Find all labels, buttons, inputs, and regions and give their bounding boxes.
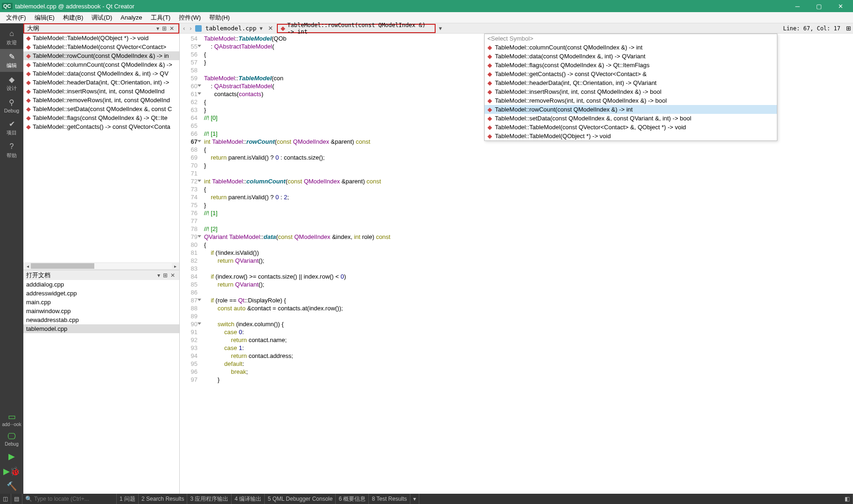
mode-item[interactable]: ◆设计	[0, 72, 23, 95]
outline-item[interactable]: ◆TableModel::TableModel(const QVector<Co…	[23, 42, 179, 51]
symbol-popup-item[interactable]: ◆TableModel::columnCount(const QModelInd…	[485, 43, 777, 52]
editor-split-icon[interactable]: ⊞	[846, 25, 851, 32]
mode-bottom-item[interactable]: 🔨	[0, 479, 23, 494]
code-line[interactable]: return contact.name;	[204, 336, 853, 344]
code-line[interactable]	[204, 217, 853, 225]
symbol-popup-item[interactable]: ◆TableModel::setData(const QModelIndex &…	[485, 114, 777, 123]
mode-bottom-item[interactable]: ▶🐞	[0, 464, 23, 479]
code-line[interactable]	[204, 169, 853, 177]
code-line[interactable]: if (!index.isValid())	[204, 249, 853, 257]
editor-close-icon[interactable]: ✕	[266, 25, 275, 32]
code-line[interactable]: break;	[204, 368, 853, 376]
code-line[interactable]: if (index.row() >= contacts.size() || in…	[204, 273, 853, 280]
editor-file-name[interactable]: tablemodel.cpp	[205, 25, 257, 32]
symbol-dropdown-icon[interactable]: ▾	[437, 25, 444, 32]
open-doc-item[interactable]: newaddresstab.cpp	[23, 315, 179, 324]
status-tab-more[interactable]: ▾	[410, 494, 419, 504]
minimize-button[interactable]: ─	[787, 0, 808, 12]
menu-item[interactable]: Analyze	[116, 12, 146, 23]
code-line[interactable]: //! [2]	[204, 225, 853, 233]
code-line[interactable]	[204, 312, 853, 320]
code-line[interactable]: }	[204, 201, 853, 209]
outline-item[interactable]: ◆TableModel::rowCount(const QModelIndex …	[23, 51, 179, 60]
locator-input[interactable]	[34, 496, 113, 502]
menu-item[interactable]: 文件(F)	[2, 12, 30, 23]
open-doc-item[interactable]: mainwindow.cpp	[23, 307, 179, 315]
open-doc-item[interactable]: adddialog.cpp	[23, 280, 179, 289]
menu-item[interactable]: 工具(T)	[147, 12, 175, 23]
code-line[interactable]: return contact.address;	[204, 352, 853, 360]
symbol-popup-item[interactable]: ◆TableModel::getContacts() -> const QVec…	[485, 70, 777, 78]
menu-item[interactable]: 编辑(E)	[30, 12, 59, 23]
symbol-popup-item[interactable]: ◆TableModel::removeRows(int, int, const …	[485, 96, 777, 105]
code-line[interactable]: {	[204, 241, 853, 249]
symbol-selector[interactable]: ◆ TableModel::rowCount(const QModelIndex…	[277, 24, 436, 33]
locator[interactable]: 🔍	[22, 494, 117, 504]
open-docs-split-icon[interactable]: ⊞	[162, 272, 169, 279]
outline-item[interactable]: ◆TableModel::setData(const QModelIndex &…	[23, 105, 179, 113]
status-tab[interactable]: 6 概要信息	[336, 494, 369, 504]
status-prog-icon[interactable]: ◧	[842, 494, 853, 504]
code-line[interactable]: switch (index.column()) {	[204, 320, 853, 328]
outline-item[interactable]: ◆TableModel::removeRows(int, int, const …	[23, 96, 179, 105]
close-button[interactable]: ✕	[830, 0, 851, 12]
status-tab[interactable]: 3 应用程序输出	[187, 494, 232, 504]
outline-item[interactable]: ◆TableModel::getContacts() -> const QVec…	[23, 122, 179, 131]
symbol-popup-item[interactable]: ◆TableModel::data(const QModelIndex &, i…	[485, 52, 777, 61]
menu-item[interactable]: 控件(W)	[175, 12, 205, 23]
code-line[interactable]: return QVariant();	[204, 280, 853, 288]
outline-hscroll[interactable]: ◂ ▸	[23, 262, 179, 270]
scroll-left-icon[interactable]: ◂	[24, 264, 31, 269]
mode-bottom-item[interactable]: 🖵Debug	[0, 429, 23, 449]
outline-item[interactable]: ◆TableModel::data(const QModelIndex &, i…	[23, 69, 179, 78]
mode-item[interactable]: ⌂欢迎	[0, 26, 23, 49]
outline-item[interactable]: ◆TableModel::columnCount(const QModelInd…	[23, 60, 179, 69]
code-line[interactable]	[204, 288, 853, 296]
status-tab[interactable]: 2 Search Results	[139, 494, 187, 504]
symbol-popup-item[interactable]: ◆TableModel::flags(const QModelIndex &) …	[485, 61, 777, 70]
status-tab[interactable]: 1 问题	[117, 494, 139, 504]
code-line[interactable]: {	[204, 146, 853, 154]
code-line[interactable]: {	[204, 185, 853, 193]
symbol-popup-item[interactable]: ◆TableModel::rowCount(const QModelIndex …	[485, 105, 777, 114]
code-line[interactable]: default:	[204, 360, 853, 368]
open-doc-item[interactable]: main.cpp	[23, 298, 179, 307]
outline-close-icon[interactable]: ✕	[168, 25, 176, 32]
code-line[interactable]: return parent.isValid() ? 0 : 2;	[204, 193, 853, 201]
code-line[interactable]: if (role == Qt::DisplayRole) {	[204, 296, 853, 304]
mode-bottom-item[interactable]: ▶	[0, 449, 23, 464]
mode-item[interactable]: ✎编辑	[0, 49, 23, 72]
file-dropdown-icon[interactable]: ▾	[258, 25, 264, 32]
symbol-popup-item[interactable]: ◆TableModel::insertRows(int, int, const …	[485, 87, 777, 96]
outline-item[interactable]: ◆TableModel::TableModel(QObject *) -> vo…	[23, 34, 179, 42]
status-tab[interactable]: 8 Test Results	[369, 494, 410, 504]
symbol-popup-item[interactable]: ◆TableModel::headerData(int, Qt::Orienta…	[485, 78, 777, 87]
outline-split-icon[interactable]: ⊞	[161, 25, 168, 32]
mode-item[interactable]: ?帮助	[0, 139, 23, 162]
scroll-right-icon[interactable]: ▸	[172, 264, 178, 269]
mode-item[interactable]: ⚲Debug	[0, 95, 23, 116]
outline-dropdown-icon[interactable]: ▾	[155, 25, 161, 32]
mode-item[interactable]: ✔项目	[0, 116, 23, 139]
open-doc-item[interactable]: addresswidget.cpp	[23, 289, 179, 298]
outline-item[interactable]: ◆TableModel::headerData(int, Qt::Orienta…	[23, 78, 179, 87]
status-tab[interactable]: 5 QML Debugger Console	[265, 494, 336, 504]
code-line[interactable]: QVariant TableModel::data(const QModelIn…	[204, 233, 853, 241]
code-line[interactable]	[204, 265, 853, 273]
status-icon2[interactable]: ▤	[11, 494, 22, 504]
symbol-popup-item[interactable]: ◆TableModel::TableModel(QObject *) -> vo…	[485, 132, 777, 140]
outline-item[interactable]: ◆TableModel::insertRows(int, int, const …	[23, 87, 179, 96]
open-docs-dropdown-icon[interactable]: ▾	[156, 272, 162, 279]
open-docs-close-icon[interactable]: ✕	[169, 272, 176, 279]
code-line[interactable]: //! [1]	[204, 209, 853, 217]
menu-item[interactable]: 帮助(H)	[205, 12, 234, 23]
nav-back-icon[interactable]: ‹	[182, 25, 186, 32]
code-line[interactable]: const auto &contact = contacts.at(index.…	[204, 304, 853, 312]
code-line[interactable]: }	[204, 161, 853, 169]
code-line[interactable]: return parent.isValid() ? 0 : contacts.s…	[204, 154, 853, 161]
mode-bottom-item[interactable]: ▭add···ook	[0, 409, 23, 429]
open-doc-item[interactable]: tablemodel.cpp	[23, 324, 179, 333]
status-tab[interactable]: 4 编译输出	[232, 494, 265, 504]
code-line[interactable]: }	[204, 376, 853, 384]
code-line[interactable]: case 1:	[204, 344, 853, 352]
